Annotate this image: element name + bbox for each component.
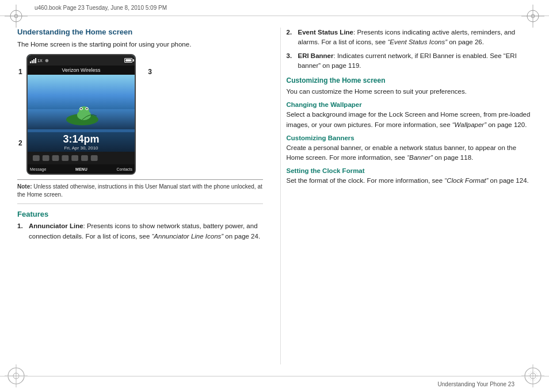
banners-title: Customizing Banners <box>287 134 532 141</box>
note-text: Unless stated otherwise, instructions in… <box>17 183 262 198</box>
note-box: Note: Unless stated otherwise, instructi… <box>17 179 263 199</box>
main-content: Understanding the Home screen The Home s… <box>0 16 549 376</box>
feature-1-num: 1. <box>17 221 26 241</box>
phone-label-2: 2 <box>18 139 22 147</box>
svg-rect-29 <box>62 155 68 161</box>
feature-1-text: Annunciator Line: Presents icons to show… <box>29 221 263 241</box>
wallpaper-svg <box>28 75 135 129</box>
svg-rect-26 <box>33 155 40 161</box>
phone-wallpaper <box>28 75 135 132</box>
softkey-right: Contacts <box>116 167 132 171</box>
bottom-icons-svg <box>30 152 132 164</box>
battery-icon <box>124 58 132 63</box>
feature-2-title: Event Status Line <box>298 29 354 36</box>
svg-rect-17 <box>28 75 135 109</box>
svg-rect-32 <box>91 155 98 161</box>
feature-3: 3. ERI Banner: Indicates current network… <box>287 51 532 71</box>
phone-date-value: Fri, Apr 30, 2010 <box>28 145 135 151</box>
phone-image: 1X ⊕ Verizon Wireless <box>26 54 136 175</box>
note-label: Note: <box>17 183 32 190</box>
clock-italic: “Clock Format” <box>444 177 488 184</box>
svg-rect-30 <box>71 155 78 161</box>
clock-title: Setting the Clock Format <box>287 167 532 174</box>
feature-3-num: 3. <box>287 51 296 71</box>
svg-point-23 <box>81 108 82 109</box>
softkey-mid: MENU <box>75 167 87 171</box>
feature-1-title: Annunciator Line <box>29 222 83 229</box>
svg-rect-28 <box>52 155 59 161</box>
signal-icon <box>30 58 36 63</box>
feature-2-italic: “Event Status Icons” <box>387 39 447 45</box>
left-section-title: Understanding the Home screen <box>17 28 263 36</box>
top-bar-text: u460.book Page 23 Tuesday, June 8, 2010 … <box>35 5 167 11</box>
bottom-bar: Understanding Your Phone 23 <box>0 376 549 392</box>
phone-label-1: 1 <box>18 68 22 76</box>
features-title: Features <box>17 210 263 218</box>
feature-2-num: 2. <box>287 28 296 48</box>
phone-label-3: 3 <box>148 68 152 76</box>
phone-bottom-icons <box>28 152 135 164</box>
feature-1-italic: “Annunciator Line Icons” <box>152 233 224 240</box>
softkey-left: Message <box>30 167 46 171</box>
feature-2-text: Event Status Line: Presents icons indica… <box>298 28 532 48</box>
banners-text: Create a personal banner, or enable a ne… <box>287 143 532 163</box>
feature-3-text: ERI Banner: Indicates current network, i… <box>298 51 532 71</box>
left-column: Understanding the Home screen The Home s… <box>17 28 269 364</box>
feature-1: 1. Annunciator Line: Presents icons to s… <box>17 221 263 241</box>
banners-italic: “Banner” <box>407 154 433 161</box>
top-bar: u460.book Page 23 Tuesday, June 8, 2010 … <box>0 0 549 16</box>
divider <box>17 203 263 204</box>
customizing-title: Customizing the Home screen <box>287 76 532 84</box>
wallpaper-italic: “Wallpaper” <box>452 121 486 128</box>
wallpaper-text: Select a background image for the Lock S… <box>287 110 532 130</box>
feature-3-title: ERI Banner <box>298 52 334 59</box>
right-column: 2. Event Status Line: Presents icons ind… <box>280 28 532 364</box>
phone-time-display: 3:14pm Fri, Apr 30, 2010 <box>28 132 135 152</box>
phone-softkey-bar: Message MENU Contacts <box>28 164 135 174</box>
phone-time-value: 3:14pm <box>28 133 135 145</box>
phone-carrier: Verizon Wireless <box>28 66 135 75</box>
page-info: Understanding Your Phone 23 <box>438 381 514 387</box>
phone-mockup: 1 2 3 1X ⊕ <box>26 54 142 175</box>
svg-rect-27 <box>43 155 49 161</box>
intro-text: The Home screen is the starting point fo… <box>17 40 263 49</box>
wallpaper-title: Changing the Wallpaper <box>287 101 532 108</box>
svg-point-25 <box>86 108 87 109</box>
phone-status-bar: 1X ⊕ <box>28 55 135 66</box>
clock-text: Set the format of the clock. For more in… <box>287 176 532 186</box>
svg-rect-31 <box>81 155 88 161</box>
customizing-text: You can customize the Home screen to sui… <box>287 87 532 97</box>
feature-2: 2. Event Status Line: Presents icons ind… <box>287 28 532 48</box>
